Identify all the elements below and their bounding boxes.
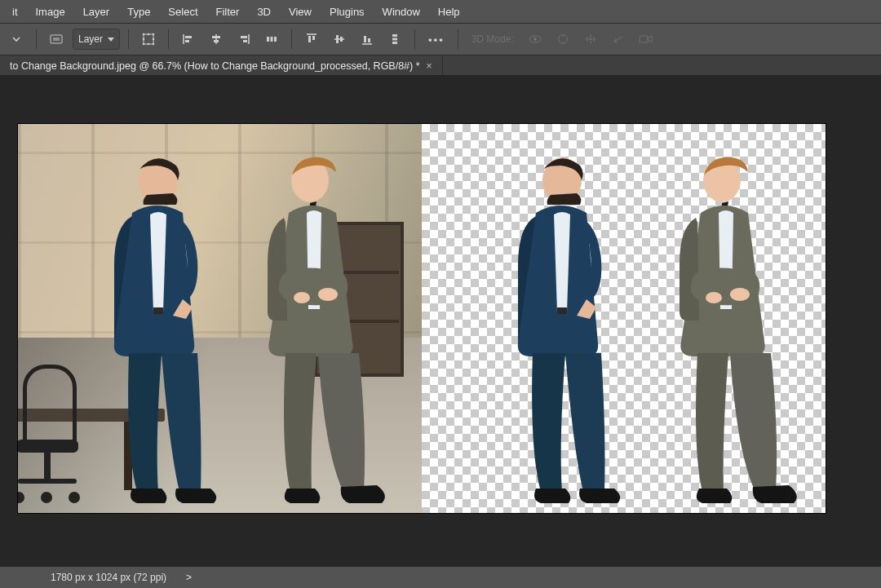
status-caret-icon[interactable]: >: [186, 572, 192, 583]
document-tab-title: to Change Background.jpeg @ 66.7% (How t…: [10, 60, 420, 72]
align-left-icon[interactable]: [177, 28, 200, 51]
menu-layer[interactable]: Layer: [74, 2, 119, 21]
menu-edit[interactable]: it: [3, 2, 27, 21]
document-canvas[interactable]: [18, 124, 826, 513]
document-dimensions: 1780 px x 1024 px (72 ppi): [51, 572, 166, 583]
svg-rect-27: [336, 35, 339, 43]
svg-point-47: [730, 288, 750, 301]
svg-point-6: [153, 43, 155, 46]
close-tab-icon[interactable]: ×: [427, 60, 432, 72]
svg-point-42: [318, 288, 338, 301]
align-top-icon[interactable]: [300, 28, 323, 51]
menu-window[interactable]: Window: [374, 2, 429, 21]
separator: [414, 29, 415, 49]
move-tool-dropdown-icon[interactable]: [5, 28, 28, 51]
svg-point-7: [148, 33, 150, 36]
document-tab-bar: to Change Background.jpeg @ 66.7% (How t…: [0, 55, 881, 77]
chevron-down-icon: [108, 38, 114, 42]
svg-rect-12: [185, 36, 192, 38]
person-left-before: [83, 148, 222, 506]
svg-point-5: [143, 43, 145, 46]
menu-image[interactable]: Image: [27, 2, 74, 21]
svg-rect-28: [340, 37, 343, 42]
person-right-before: [246, 148, 385, 506]
after-panel: [422, 124, 826, 513]
svg-rect-32: [392, 34, 397, 37]
canvas-wrap: Before After: [18, 124, 826, 513]
svg-point-10: [153, 38, 155, 41]
svg-point-43: [294, 292, 310, 303]
auto-select-dropdown[interactable]: Layer: [73, 29, 120, 50]
office-chair: [18, 365, 91, 503]
svg-rect-38: [640, 36, 648, 42]
menu-type[interactable]: Type: [118, 2, 159, 21]
auto-select-value: Layer: [78, 33, 103, 45]
document-tab[interactable]: to Change Background.jpeg @ 66.7% (How t…: [0, 55, 443, 77]
align-right-icon[interactable]: [232, 28, 255, 51]
align-bottom-icon[interactable]: [356, 28, 379, 51]
separator: [168, 29, 169, 49]
person-right-after: [658, 148, 797, 506]
3d-camera-icon[interactable]: [635, 28, 657, 51]
svg-rect-24: [308, 36, 311, 42]
svg-point-36: [533, 38, 537, 41]
svg-rect-19: [243, 40, 247, 42]
svg-rect-30: [364, 36, 366, 42]
person-left-after: [487, 148, 626, 506]
options-bar: Layer ••• 3D Mode:: [0, 24, 881, 55]
more-options-icon[interactable]: •••: [423, 33, 449, 46]
before-panel: [18, 124, 422, 513]
distribute-v-icon[interactable]: [383, 28, 406, 51]
distribute-h-icon[interactable]: [260, 28, 283, 51]
menu-3d[interactable]: 3D: [248, 2, 280, 21]
separator: [291, 29, 292, 49]
menu-help[interactable]: Help: [429, 2, 469, 21]
svg-rect-13: [185, 40, 189, 42]
separator: [36, 29, 37, 49]
svg-rect-1: [53, 38, 60, 41]
svg-rect-16: [214, 40, 219, 42]
svg-point-9: [143, 38, 145, 41]
separator: [458, 29, 458, 49]
3d-pan-icon[interactable]: [579, 28, 602, 51]
svg-rect-22: [274, 37, 277, 42]
transform-controls-icon[interactable]: [137, 28, 160, 51]
svg-rect-20: [267, 37, 269, 42]
menu-select[interactable]: Select: [159, 2, 206, 21]
svg-rect-40: [153, 307, 163, 314]
auto-select-checkbox-icon[interactable]: [45, 28, 68, 51]
menu-bar: it Image Layer Type Select Filter 3D Vie…: [0, 0, 881, 24]
align-vcenter-icon[interactable]: [328, 28, 351, 51]
3d-mode-label: 3D Mode:: [467, 33, 519, 45]
status-bar: 1780 px x 1024 px (72 ppi) >: [0, 566, 881, 588]
svg-rect-21: [271, 37, 273, 42]
svg-point-4: [153, 33, 155, 36]
svg-rect-18: [241, 36, 247, 38]
workspace: Before After: [0, 75, 881, 567]
svg-point-48: [706, 292, 722, 303]
svg-rect-25: [312, 36, 315, 40]
svg-rect-34: [392, 42, 397, 44]
svg-point-3: [143, 33, 145, 36]
svg-rect-2: [144, 34, 153, 44]
menu-view[interactable]: View: [280, 2, 321, 21]
svg-rect-45: [557, 307, 567, 314]
svg-rect-33: [392, 38, 397, 41]
separator: [128, 29, 129, 49]
svg-rect-31: [368, 38, 370, 42]
menu-filter[interactable]: Filter: [207, 2, 249, 21]
3d-orbit-icon[interactable]: [524, 28, 547, 51]
menu-plugins[interactable]: Plugins: [321, 2, 374, 21]
3d-slide-icon[interactable]: [607, 28, 630, 51]
svg-point-8: [148, 43, 150, 46]
svg-rect-15: [212, 36, 220, 38]
align-hcenter-icon[interactable]: [205, 28, 228, 51]
3d-roll-icon[interactable]: [551, 28, 574, 51]
